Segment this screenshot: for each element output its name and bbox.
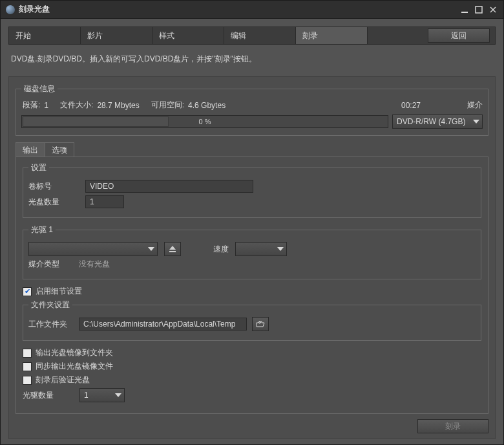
freespace-label: 可用空间: [151,100,184,111]
svg-rect-0 [461,12,468,13]
filesize-value: 28.7 Mbytes [97,101,139,110]
volume-input[interactable]: VIDEO [85,180,253,193]
subtab-options[interactable]: 选项 [45,142,74,157]
freespace-value: 4.6 Gbytes [188,101,226,110]
folder-settings-group: 文件夹设置 工作文件夹 C:\Users\Administrator\AppDa… [23,299,481,341]
opt-verify-after-burn[interactable]: 刻录后验证光盘 [23,374,481,385]
svg-marker-5 [148,247,154,251]
app-icon [6,5,15,14]
tab-style[interactable]: 样式 [152,27,224,44]
filesize-label: 文件大小: [60,100,93,111]
disc-info-legend: 磁盘信息 [21,83,58,94]
media-select-value: DVD-R/RW (4.7GB) [397,117,470,126]
drive-count-label: 光驱数量 [23,390,74,401]
settings-legend: 设置 [28,162,49,173]
browse-button[interactable] [252,317,269,331]
svg-marker-6 [169,246,176,250]
chevron-down-icon [115,392,121,398]
drive-count-value: 1 [84,391,112,400]
workdir-label: 工作文件夹 [28,319,74,330]
content-area: 开始 影片 样式 编辑 刻录 返回 DVD盘.刻录DVD/BD。插入新的可写入D… [1,19,503,444]
checkbox-icon [23,287,32,296]
media-type-label: 媒介类型 [28,259,59,270]
media-label: 媒介 [467,100,483,111]
svg-rect-7 [169,251,176,252]
drive-legend: 光驱 1 [28,224,56,235]
enable-advanced-label: 启用细节设置 [36,286,82,297]
close-button[interactable] [488,5,498,15]
segments-label: 段落: [23,100,40,111]
subtab-output[interactable]: 输出 [16,142,45,157]
media-select[interactable]: DVD-R/RW (4.7GB) [392,114,483,129]
chevron-down-icon [148,246,154,252]
window-title: 刻录光盘 [19,4,50,15]
instruction-text: DVD盘.刻录DVD/BD。插入新的可写入DVD/BD盘片，并按"刻录"按钮。 [8,45,496,76]
tab-start[interactable]: 开始 [9,27,81,44]
eject-icon [169,245,176,253]
checkbox-icon [23,349,32,358]
svg-rect-1 [476,6,482,13]
tab-burn[interactable]: 刻录 [296,27,368,44]
return-area: 返回 [428,27,495,44]
checkbox-icon [23,376,32,385]
drive-group: 光驱 1 速度 [23,224,481,279]
drive-count-select[interactable]: 1 [79,388,125,402]
burn-button[interactable]: 刻录 [417,419,488,433]
copies-input[interactable]: 1 [85,195,124,208]
tab-edit[interactable]: 编辑 [224,27,296,44]
main-panel: 磁盘信息 段落: 1 文件大小: 28.7 Mbytes 可用空间: 4.6 G… [8,76,496,439]
checkbox-icon [23,362,32,371]
sub-tabs: 输出 选项 [16,142,488,157]
main-tabs: 开始 影片 样式 编辑 刻录 返回 [8,27,496,45]
duration-value: 00:27 [401,101,421,110]
speed-select[interactable] [235,242,287,256]
segments-value: 1 [44,101,48,110]
speed-label: 速度 [213,244,229,255]
chevron-down-icon [277,246,284,252]
opt-sync-output-image[interactable]: 同步输出光盘镜像文件 [23,361,481,372]
titlebar: 刻录光盘 [1,1,503,19]
svg-marker-9 [115,393,121,397]
folder-open-icon [256,320,265,328]
return-button[interactable]: 返回 [428,28,490,43]
copies-label: 光盘数量 [28,197,80,208]
settings-group: 设置 卷标号 VIDEO 光盘数量 1 [23,162,481,218]
disc-progress-text: 0 % [199,118,211,125]
footer: 刻录 [16,414,488,433]
enable-advanced-check[interactable]: 启用细节设置 [23,286,481,297]
eject-button[interactable] [164,242,181,256]
volume-label: 卷标号 [28,181,80,192]
drive-select[interactable] [28,242,158,256]
svg-marker-4 [473,120,479,124]
media-type-value: 没有光盘 [79,259,110,270]
folder-settings-legend: 文件夹设置 [28,299,72,310]
maximize-button[interactable] [474,5,484,15]
workdir-input[interactable]: C:\Users\Administrator\AppData\Local\Tem… [79,318,247,331]
disc-progress-fill [23,116,169,127]
disc-info-group: 磁盘信息 段落: 1 文件大小: 28.7 Mbytes 可用空间: 4.6 G… [16,83,488,136]
disc-progress: 0 % [21,115,388,128]
minimize-button[interactable] [459,5,470,15]
tab-movie[interactable]: 影片 [81,27,152,44]
chevron-down-icon [473,118,479,125]
window: 刻录光盘 开始 影片 样式 编辑 刻录 返回 DVD盘.刻录DVD/BD。插入新… [0,0,504,445]
svg-marker-8 [277,247,284,251]
sub-panel: 设置 卷标号 VIDEO 光盘数量 1 光驱 1 [16,157,488,414]
opt-output-image-folder[interactable]: 输出光盘镜像到文件夹 [23,347,481,358]
